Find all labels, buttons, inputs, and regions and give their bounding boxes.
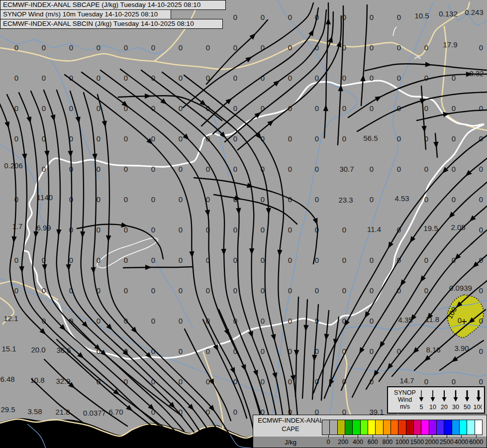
grid-zero: 0 [179,195,183,204]
grid-zero: 0 [69,43,73,52]
grid-zero: 0 [315,104,319,112]
station-value: 8.32 [469,69,484,78]
cape-legend-source: ECMWF-INDEX-ANAL [253,417,328,424]
grid-zero: 0 [261,256,265,264]
grid-zero: 0 [261,347,265,355]
grid-zero: 0 [97,317,100,325]
streamline-arrowhead [241,364,249,372]
cape-tick-mark [432,435,432,438]
country-border-outer [203,351,223,429]
cape-legend: ECMWF-INDEX-ANAL CAPE J/kg 0200400600800… [253,415,487,448]
cape-tick-label: 2000 [425,439,439,446]
grid-zero: 0 [315,195,319,204]
wind-speed-label: 30 [452,404,459,411]
grid-zero: 0 [179,134,183,143]
grid-zero: 0 [424,43,428,52]
station-value: 15.1 [1,344,16,353]
grid-zero: 0 [179,104,183,112]
station-value: 17.9 [443,40,457,49]
station-value: 19.5 [423,224,438,232]
grid-zero: 0 [397,13,401,21]
grid-zero: 0 [97,43,100,52]
grid-zero: 0 [97,195,100,204]
cape-tick-label: 0 [327,439,330,446]
cape-swatch [429,420,437,435]
grid-zero: 0 [42,165,46,173]
cape-colorbar [322,420,483,435]
streamline-arrowhead [418,275,426,284]
grid-zero: 0 [179,225,183,234]
grid-zero: 0 [288,43,292,52]
wind-streamline [421,86,426,149]
cape-swatch [375,420,383,435]
wind-legend: SYNOP Wind m/s 510203050100 [387,386,485,414]
streamline-arrowhead [245,54,254,62]
streamline-arrowhead [68,151,73,158]
grid-zero: 0 [179,43,183,52]
grid-zero: 0 [42,104,46,112]
grid-zero: 0 [206,286,210,295]
grid-zero: 0 [452,377,456,386]
cape-tick-mark [358,435,358,438]
streamline-arrowhead [145,265,152,270]
streamline-arrowhead [421,126,427,133]
grid-zero: 0 [179,74,183,82]
grid-zero: 0 [233,408,237,416]
grid-zero: 0 [261,195,265,204]
grid-zero: 0 [179,165,183,173]
streamline-arrowhead [221,249,227,255]
wind-streamline [120,69,279,435]
cape-tick-mark [402,435,403,438]
grid-zero: 0 [452,195,456,204]
cape-legend-units: J/kg [253,439,328,446]
wind-streamline [123,267,193,268]
grid-zero: 0 [97,256,100,264]
streamline-arrowhead [375,94,383,102]
grid-zero: 0 [179,256,183,264]
grid-zero: 0 [288,165,292,173]
grid-zero: 0 [261,13,265,21]
grid-zero: 0 [206,347,210,355]
grid-zero: 0 [397,43,401,52]
grid-zero: 0 [97,134,100,143]
wind-speed-arrows: 510203050100 [388,387,482,411]
border-fragment [393,27,396,36]
country-border-outer [0,48,154,61]
streamline-arrowhead [106,235,111,242]
grid-zero: 0 [479,195,483,204]
streamline-arrowhead [433,142,439,149]
wind-streamline [32,379,84,423]
river [154,259,193,329]
streamline-arrowhead [323,334,329,341]
station-value: 3.58 [27,407,42,416]
streamline-arrowhead [323,105,329,111]
grid-zero: 0 [424,74,428,82]
cape-swatch [360,420,368,435]
grid-zero: 0 [315,286,319,295]
station-value: 0.206 [4,161,23,170]
streamline-arrowhead [328,35,335,43]
station-value: 6.48 [0,375,14,383]
grid-zero: 0 [179,286,183,295]
grid-zero: 0 [151,317,155,325]
grid-zero: 0 [424,195,428,204]
wind-arrow-head [454,397,458,402]
station-value: 14.7 [399,376,414,385]
grid-zero: 0 [233,256,237,264]
grid-zero: 0 [342,256,346,264]
grid-zero: 0 [124,286,128,295]
streamline-arrowhead [80,231,86,238]
streamline-arrowhead [266,208,272,215]
streamline-arrowhead [311,355,317,362]
wind-speed-label: 10 [429,404,436,411]
grid-zero: 0 [479,225,483,234]
grid-zero: 0 [261,377,265,386]
grid-zero: 0 [424,104,428,112]
cape-tick-mark [417,435,417,438]
streamline-arrowhead [56,229,62,236]
grid-zero: 0 [315,134,319,143]
station-value: 1140 [37,193,53,202]
streamline-arrowhead [4,121,11,129]
grid-zero: 0 [233,74,237,82]
streamline-arrowhead [189,251,195,258]
